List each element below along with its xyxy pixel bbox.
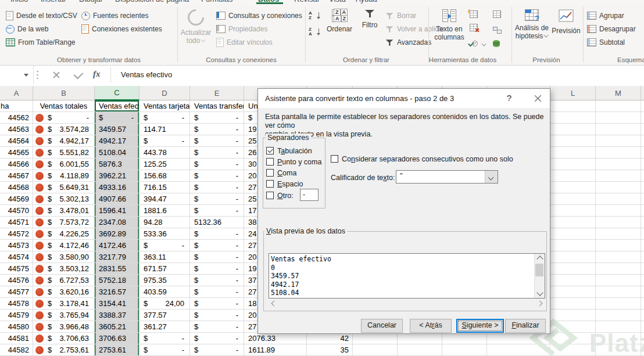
cell-D-44576[interactable]: 975.35 (139, 275, 190, 286)
cell-B-44576[interactable]: $6.727,53 (33, 275, 95, 286)
cell-B-44567[interactable]: $4.118,89 (33, 170, 95, 182)
cell-A-44566[interactable]: 44566 (0, 159, 33, 170)
cell-E-44573[interactable]: $- (190, 240, 244, 251)
cell-C-44574[interactable]: 3217.79 (95, 251, 139, 263)
cell-N-44578[interactable] (641, 298, 644, 310)
scroll-right-icon[interactable] (537, 301, 543, 307)
cell-L-44575[interactable] (550, 263, 596, 275)
cell-A-44573[interactable]: 44573 (0, 240, 33, 251)
cell-C-44581[interactable]: 3706.63 (95, 333, 139, 344)
checkbox-tab[interactable] (266, 147, 274, 154)
name-box-dropdown-icon[interactable] (24, 74, 28, 77)
cell-D-44580[interactable]: 361.27 (139, 321, 190, 333)
cell-A-44582[interactable]: 44582 (0, 344, 33, 356)
cell-A-44574[interactable]: 44574 (0, 251, 33, 263)
checkbox-comma-label[interactable]: Coma (277, 169, 296, 177)
cell-N-44574[interactable] (641, 251, 644, 263)
cell-A-44580[interactable]: 44580 (0, 321, 33, 333)
cell-A-44565[interactable]: 44565 (0, 147, 33, 159)
cell-B-44580[interactable]: $3.966,48 (33, 321, 95, 333)
cell-A-44564[interactable]: 44564 (0, 135, 33, 147)
existing-connections-button[interactable]: Conexiones existentes (81, 23, 162, 35)
consolidate-button[interactable] (493, 10, 501, 18)
cell-N-44568[interactable] (641, 182, 644, 193)
cell-E-44562[interactable]: $- (190, 112, 244, 124)
cell-D-44579[interactable]: 377.57 (139, 310, 190, 321)
cell-M-44569[interactable] (596, 193, 641, 205)
cell-C-44569[interactable]: 4907.66 (95, 193, 139, 205)
subtotal-button[interactable]: Subtotal (587, 36, 625, 49)
other-separator-input[interactable]: - (300, 189, 319, 201)
checkbox-other-label[interactable]: Otro: (277, 192, 294, 200)
cell-M-44568[interactable] (596, 182, 641, 193)
cell-B-44575[interactable]: $3.503,12 (33, 263, 95, 275)
cell-L-44569[interactable] (550, 193, 596, 205)
cell-E-44581[interactable]: $- (190, 333, 244, 344)
cell-C-44577[interactable]: 3216.57 (95, 286, 139, 298)
cell-header-M[interactable] (596, 100, 641, 112)
cell-J-44582[interactable] (442, 344, 487, 356)
cell-D-44569[interactable]: 394.47 (139, 193, 190, 205)
cell-E-44575[interactable]: $- (190, 263, 244, 275)
tab-formulas[interactable]: Fórmulas (201, 0, 232, 3)
cell-E-44568[interactable]: $- (190, 182, 244, 193)
cell-M-44577[interactable] (596, 286, 641, 298)
checkbox-comma[interactable] (266, 169, 274, 177)
cell-N-44570[interactable] (641, 205, 644, 217)
cell-D-44567[interactable]: 156.68 (139, 170, 190, 182)
checkbox-consecutive[interactable] (331, 155, 338, 163)
cell-D-44562[interactable]: $- (139, 112, 190, 124)
cell-C-44568[interactable]: 4933.16 (95, 182, 139, 193)
cell-N-44564[interactable] (641, 135, 644, 147)
cell-B-44574[interactable]: $3.580,90 (33, 251, 95, 263)
cell-E-44564[interactable]: $- (190, 135, 244, 147)
cell-E-44570[interactable]: $- (190, 205, 244, 217)
cell-L-44567[interactable] (550, 170, 596, 182)
from-text-csv-button[interactable]: Desde el texto/CSV (6, 9, 77, 22)
cell-L-44566[interactable] (550, 159, 596, 170)
cell-E-44563[interactable]: $- (190, 124, 244, 135)
cell-A-44577[interactable]: 44577 (0, 286, 33, 298)
cell-M-44564[interactable] (596, 135, 641, 147)
checkbox-space-label[interactable]: Espacio (277, 180, 303, 188)
edit-links-button[interactable]: Editar vínculos (216, 36, 273, 49)
cell-G-44582[interactable]: 35 (307, 344, 353, 356)
cell-A-44579[interactable]: 44579 (0, 310, 33, 321)
cell-N-44577[interactable] (641, 286, 644, 298)
cell-D-44581[interactable]: $- (139, 333, 190, 344)
cell-D-44563[interactable]: 114.71 (139, 124, 190, 135)
cell-L-44564[interactable] (550, 135, 596, 147)
cell-E-44574[interactable]: $- (190, 251, 244, 263)
cell-D-44582[interactable]: $- (139, 344, 190, 356)
cell-H-44581[interactable] (353, 333, 398, 344)
cancel-button[interactable]: Cancelar (361, 319, 403, 333)
cell-D-44566[interactable]: 125.25 (139, 159, 190, 170)
cell-B-44564[interactable]: $4.942,17 (33, 135, 95, 147)
finish-button[interactable]: Finalizar (505, 319, 546, 333)
cell-N-44573[interactable] (641, 240, 644, 251)
back-button[interactable]: < Atrás (410, 319, 452, 333)
cell-B-44573[interactable]: $4.172,46 (33, 240, 95, 251)
from-web-button[interactable]: De la web (6, 23, 48, 35)
cell-C-44579[interactable]: 3388.37 (95, 310, 139, 321)
cell-B-44566[interactable]: $6.001,55 (33, 159, 95, 170)
refresh-all-button[interactable]: Actualizar todo (179, 7, 213, 45)
cell-M-44572[interactable] (596, 228, 641, 240)
cell-header-L[interactable] (550, 100, 596, 112)
cell-D-44578[interactable]: $24,00 (139, 298, 190, 310)
data-validation-button[interactable] (468, 37, 486, 50)
cell-M-44565[interactable] (596, 147, 641, 159)
cell-N-44572[interactable] (641, 228, 644, 240)
column-header-L[interactable]: L (550, 86, 596, 100)
cell-B-44581[interactable]: $3.706,63 (33, 333, 95, 344)
cell-C-44576[interactable]: 5752.18 (95, 275, 139, 286)
cell-A-44572[interactable]: 44572 (0, 228, 33, 240)
cell-B-44579[interactable]: $3.765,94 (33, 310, 95, 321)
cell-C-44573[interactable]: 4172.46 (95, 240, 139, 251)
cell-L-44562[interactable] (550, 112, 596, 124)
cell-B-44577[interactable]: $3.620,16 (33, 286, 95, 298)
cell-A-44581[interactable]: 44581 (0, 333, 33, 344)
cell-M-44579[interactable] (596, 310, 641, 321)
tab-revisar[interactable]: Revisar (294, 0, 320, 3)
cell-I-44582[interactable] (398, 344, 442, 356)
